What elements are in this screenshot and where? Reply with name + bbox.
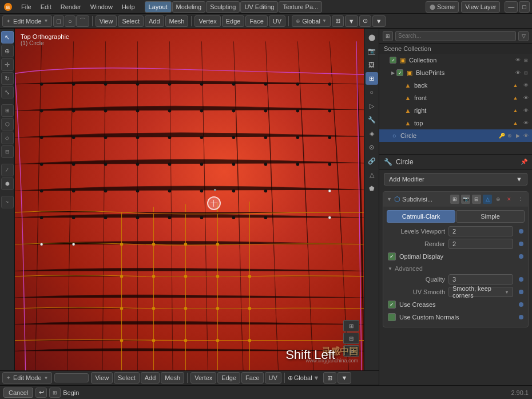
- constraints-btn[interactable]: 🔗: [366, 155, 378, 167]
- smooth-tool-btn[interactable]: ~: [1, 196, 14, 208]
- select-lasso-btn[interactable]: ⌒: [76, 15, 89, 27]
- bottom-snap-toggle[interactable]: ⊞: [323, 372, 336, 384]
- viewport[interactable]: Top Orthographic (1) Circle Shift Left ⊞…: [15, 29, 364, 385]
- select-menu[interactable]: Select: [118, 15, 144, 27]
- blueprints-checkbox[interactable]: [396, 69, 403, 76]
- modifier-editmode-btn[interactable]: ⊟: [472, 195, 481, 204]
- bottom-vertex-menu[interactable]: Vertex: [190, 372, 216, 384]
- begin-icon-btn[interactable]: ↩: [35, 388, 47, 398]
- num-pad-icon[interactable]: ⊞: [343, 320, 359, 331]
- modifier-menu-btn[interactable]: ⋮: [515, 195, 525, 204]
- modifier-collapse-btn[interactable]: ▼: [387, 196, 392, 202]
- extrude-tool-btn[interactable]: ⊞: [1, 104, 14, 117]
- menu-file[interactable]: File: [17, 2, 35, 11]
- bevel-tool-btn[interactable]: ◇: [1, 132, 14, 144]
- window-collapse[interactable]: —: [505, 1, 518, 13]
- add-modifier-bar[interactable]: Add Modifier ▼: [384, 173, 527, 185]
- cursor-tool-btn[interactable]: ⊕: [1, 45, 14, 57]
- view-layer-selector[interactable]: View Layer: [461, 1, 500, 13]
- modifier-render-btn[interactable]: 📷: [461, 195, 470, 204]
- tab-texture-paint[interactable]: Texture Pa...: [279, 1, 322, 13]
- begin-icon2-btn[interactable]: ⊞: [49, 388, 61, 398]
- physics-btn[interactable]: ⊙: [366, 141, 378, 153]
- bottom-mesh-menu[interactable]: Mesh: [161, 372, 184, 384]
- modifier-btn[interactable]: 🔧: [366, 113, 378, 126]
- simple-tab[interactable]: Simple: [456, 210, 525, 223]
- view-menu[interactable]: View: [96, 15, 117, 27]
- blueprints-vis-btn[interactable]: ⊞: [522, 69, 530, 77]
- knife-tool-btn[interactable]: ∕: [1, 164, 14, 176]
- material-btn[interactable]: ⬟: [366, 182, 378, 195]
- select-circle-btn[interactable]: ○: [65, 15, 76, 27]
- scene-world-btn[interactable]: ○: [366, 86, 378, 98]
- collection-checkbox[interactable]: [390, 57, 396, 64]
- collection-eye-btn[interactable]: 👁: [514, 56, 522, 64]
- transform-orientation[interactable]: ⊕ Global ▼: [292, 15, 331, 27]
- outliner-back-item[interactable]: ▲ back ▲ 👁: [379, 79, 532, 92]
- levels-viewport-dot[interactable]: [519, 229, 523, 234]
- tab-layout[interactable]: Layout: [145, 1, 172, 13]
- modifier-realtime-btn[interactable]: ⊞: [450, 195, 459, 204]
- quality-dot[interactable]: [519, 277, 523, 282]
- front-eye-btn[interactable]: 👁: [522, 94, 530, 102]
- top-eye-btn[interactable]: 👁: [522, 119, 530, 127]
- use-creases-dot[interactable]: [519, 302, 523, 307]
- advanced-arrow[interactable]: ▼: [388, 266, 392, 271]
- menu-edit[interactable]: Edit: [37, 2, 55, 11]
- bottom-mode-selector[interactable]: ✦ Edit Mode ▼: [2, 372, 52, 384]
- output-icon-btn[interactable]: 🖼: [366, 58, 378, 71]
- mesh-menu[interactable]: Mesh: [165, 15, 189, 27]
- use-custom-normals-dot[interactable]: [519, 315, 523, 319]
- render-icon-btn[interactable]: 📷: [366, 45, 378, 57]
- loop-cut-btn[interactable]: ⊟: [1, 145, 14, 158]
- bottom-select-menu[interactable]: Select: [114, 372, 140, 384]
- tab-uv-editing[interactable]: UV Editing: [240, 1, 278, 13]
- gizmo-icon[interactable]: ⊟: [343, 333, 359, 344]
- outliner-collection-item[interactable]: ▣ Collection 👁 ⊞: [379, 54, 532, 66]
- collection-vis-btn[interactable]: ⊞: [522, 56, 530, 64]
- outliner-filter-btn[interactable]: ⊞: [383, 31, 393, 41]
- render-dot[interactable]: [519, 242, 523, 246]
- cancel-button[interactable]: Cancel: [3, 388, 33, 398]
- snap-toggle[interactable]: ⊞: [332, 15, 344, 27]
- uv-smooth-dot[interactable]: [519, 290, 523, 294]
- optimal-display-checkbox[interactable]: [388, 252, 396, 260]
- bottom-uv-menu[interactable]: UV: [265, 372, 281, 384]
- scene-obj-btn[interactable]: ▷: [366, 100, 378, 112]
- snap-options[interactable]: ▼: [345, 15, 358, 27]
- vertex-menu[interactable]: Vertex: [194, 15, 220, 27]
- uv-menu[interactable]: UV: [269, 15, 285, 27]
- bottom-edge-menu[interactable]: Edge: [217, 372, 240, 384]
- quality-field[interactable]: 3: [448, 274, 513, 285]
- select-tool-btn[interactable]: ↖: [1, 31, 14, 44]
- window-restore[interactable]: □: [519, 1, 530, 13]
- scene-icon-btn[interactable]: ⬤: [366, 31, 378, 44]
- face-menu[interactable]: Face: [245, 15, 267, 27]
- scale-tool-btn[interactable]: ⤡: [1, 86, 14, 98]
- blender-logo[interactable]: B: [2, 1, 14, 13]
- menu-help[interactable]: Help: [118, 2, 139, 11]
- modifier-cage-btn[interactable]: △: [483, 195, 492, 204]
- scene-selector[interactable]: ⬤ Scene: [426, 1, 459, 13]
- circle-eye-btn[interactable]: 👁: [522, 132, 530, 140]
- outliner-top-item[interactable]: ▲ top ▲ 👁: [379, 117, 532, 129]
- inset-tool-btn[interactable]: ⬡: [1, 118, 14, 131]
- edge-menu[interactable]: Edge: [222, 15, 245, 27]
- outliner-options-btn[interactable]: ▽: [518, 31, 529, 41]
- blueprints-arrow[interactable]: ▶: [390, 69, 396, 76]
- tab-sculpting[interactable]: Sculpting: [206, 1, 240, 13]
- outliner-search[interactable]: [395, 31, 516, 41]
- menu-render[interactable]: Render: [57, 2, 85, 11]
- uv-smooth-select[interactable]: Smooth, keep corners ▼: [448, 287, 513, 297]
- move-tool-btn[interactable]: ✛: [1, 58, 14, 71]
- use-custom-normals-checkbox[interactable]: [388, 313, 396, 321]
- bottom-view-menu[interactable]: View: [91, 372, 113, 384]
- levels-viewport-field[interactable]: 2: [448, 226, 513, 236]
- outliner-circle-item[interactable]: ○ Circle 🔑 ⊛ ▶ 👁: [379, 129, 532, 142]
- outliner-blueprints-item[interactable]: ▶ ▣ BluePrints 👁 ⊞: [379, 66, 532, 79]
- rotate-tool-btn[interactable]: ↻: [1, 72, 14, 85]
- render-field[interactable]: 2: [448, 239, 513, 249]
- modifier-close-btn[interactable]: ✕: [505, 195, 514, 204]
- catmull-clark-tab[interactable]: Catmull-Clark: [387, 210, 455, 223]
- optimal-display-dot[interactable]: [519, 254, 523, 259]
